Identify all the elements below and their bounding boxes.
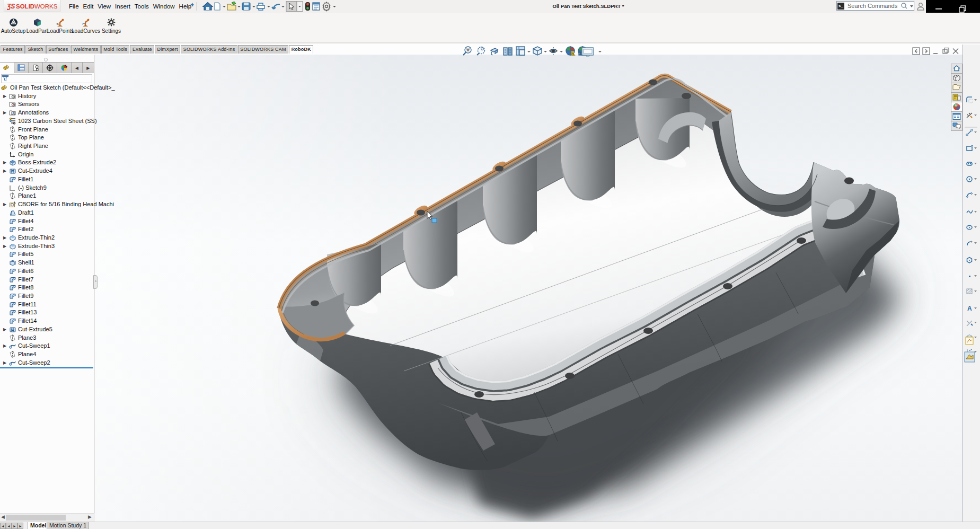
svg-text:SOLID: SOLID	[16, 3, 34, 10]
svg-text:ƷS: ƷS	[7, 3, 15, 10]
svg-text:A: A	[12, 112, 15, 115]
svg-text:⚙: ⚙	[56, 22, 59, 25]
svg-text:WORKS: WORKS	[34, 3, 58, 10]
svg-text:A: A	[967, 305, 972, 312]
